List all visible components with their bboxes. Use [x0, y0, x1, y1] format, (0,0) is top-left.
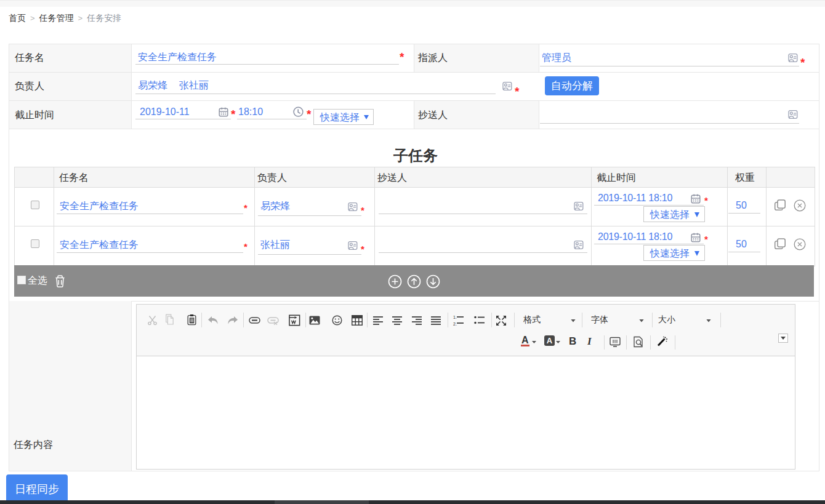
svg-text:2.: 2. [453, 322, 457, 326]
svg-text:1.: 1. [453, 315, 457, 319]
